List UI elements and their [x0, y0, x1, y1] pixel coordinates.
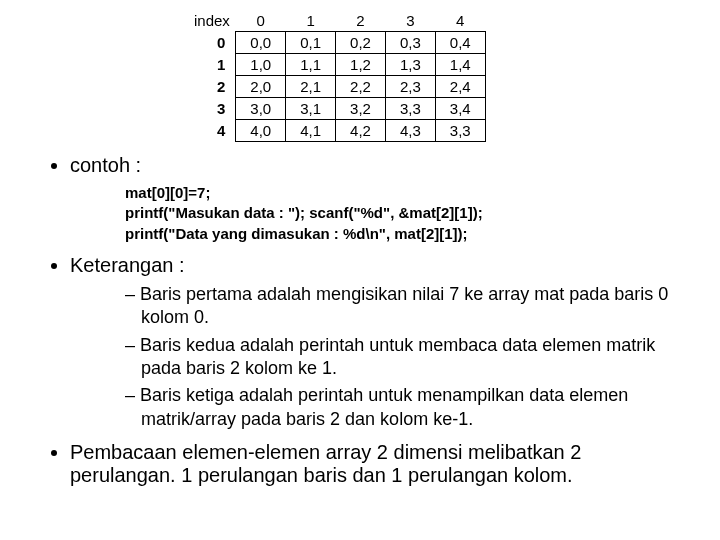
cell: 3,3 [385, 98, 435, 120]
keterangan-label: Keterangan : [70, 254, 185, 276]
cell: 2,4 [435, 76, 485, 98]
cell: 0,1 [286, 32, 336, 54]
bullet-contoh: contoh : mat[0][0]=7; printf("Masukan da… [70, 154, 690, 244]
cell: 3,2 [336, 98, 386, 120]
cell: 1,4 [435, 54, 485, 76]
cell: 3,4 [435, 98, 485, 120]
col-header: 2 [336, 10, 386, 32]
cell: 3,3 [435, 120, 485, 142]
col-header: 0 [236, 10, 286, 32]
cell: 1,1 [286, 54, 336, 76]
col-header: 1 [286, 10, 336, 32]
cell: 2,3 [385, 76, 435, 98]
row-header: 2 [180, 76, 236, 98]
cell: 2,1 [286, 76, 336, 98]
final-text: Pembacaan elemen-elemen array 2 dimensi … [70, 441, 581, 486]
col-header: 4 [435, 10, 485, 32]
keterangan-item: Baris pertama adalah mengisikan nilai 7 … [125, 283, 690, 330]
cell: 4,2 [336, 120, 386, 142]
cell: 1,3 [385, 54, 435, 76]
contoh-label: contoh : [70, 154, 141, 176]
row-header: 0 [180, 32, 236, 54]
cell: 0,2 [336, 32, 386, 54]
cell: 2,0 [236, 76, 286, 98]
matrix-table: index 0 1 2 3 4 0 0,0 0,1 0,2 0,3 0,4 1 … [180, 10, 486, 142]
cell: 0,4 [435, 32, 485, 54]
row-header: 3 [180, 98, 236, 120]
code-block: mat[0][0]=7; printf("Masukan data : "); … [125, 183, 690, 244]
cell: 3,0 [236, 98, 286, 120]
cell: 4,1 [286, 120, 336, 142]
col-header: 3 [385, 10, 435, 32]
cell: 3,1 [286, 98, 336, 120]
bullet-final: Pembacaan elemen-elemen array 2 dimensi … [70, 441, 690, 487]
bullet-keterangan: Keterangan : Baris pertama adalah mengis… [70, 254, 690, 431]
keterangan-item: Baris ketiga adalah perintah untuk menam… [125, 384, 690, 431]
index-label: index [180, 10, 236, 32]
row-header: 4 [180, 120, 236, 142]
keterangan-item: Baris kedua adalah perintah untuk membac… [125, 334, 690, 381]
cell: 1,2 [336, 54, 386, 76]
row-header: 1 [180, 54, 236, 76]
cell: 1,0 [236, 54, 286, 76]
cell: 4,0 [236, 120, 286, 142]
code-line: printf("Data yang dimasukan : %d\n", mat… [125, 224, 690, 244]
cell: 2,2 [336, 76, 386, 98]
matrix-table-wrap: index 0 1 2 3 4 0 0,0 0,1 0,2 0,3 0,4 1 … [180, 10, 690, 142]
cell: 0,0 [236, 32, 286, 54]
cell: 0,3 [385, 32, 435, 54]
code-line: printf("Masukan data : "); scanf("%d", &… [125, 203, 690, 223]
code-line: mat[0][0]=7; [125, 183, 690, 203]
cell: 4,3 [385, 120, 435, 142]
